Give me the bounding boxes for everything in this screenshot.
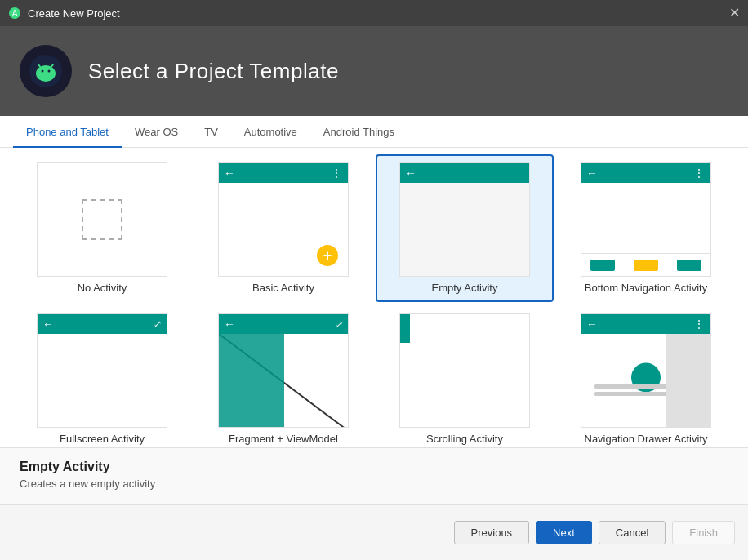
label-fullscreen: Fullscreen Activity <box>60 433 145 445</box>
preview-bottom-nav: ← ⋮ <box>581 162 711 277</box>
tab-phone[interactable]: Phone and Tablet <box>13 116 122 148</box>
phone-mock-fragment: ← ⤢ <box>219 314 348 427</box>
phone-mock-fullscreen: ← ⤢ <box>38 314 167 427</box>
svg-rect-10 <box>219 334 284 427</box>
dialog-content: Phone and Tablet Wear OS TV Automotive A… <box>0 116 748 504</box>
android-logo <box>20 45 72 97</box>
title-bar: A Create New Project ✕ <box>0 0 748 26</box>
label-nav-drawer: Navigation Drawer Activity <box>585 433 708 445</box>
label-bottom-nav: Bottom Navigation Activity <box>585 282 707 294</box>
template-scrolling[interactable]: Scrolling Activity <box>376 305 554 447</box>
tab-wear[interactable]: Wear OS <box>122 116 191 148</box>
phone-mock-empty: ← <box>400 163 529 276</box>
finish-button[interactable]: Finish <box>672 521 735 544</box>
template-empty-activity[interactable]: ← Empty Activity <box>376 154 554 302</box>
preview-basic-activity: ← ⋮ + <box>218 162 349 277</box>
template-bottom-nav[interactable]: ← ⋮ Bottom Navigation Activity <box>557 154 735 302</box>
nav-icon-1 <box>590 260 615 271</box>
template-nav-drawer[interactable]: ← ⋮ Navigation Drawer Activity <box>557 305 735 447</box>
android-logo-svg <box>29 54 63 88</box>
page-title: Select a Project Template <box>88 59 339 84</box>
drawer-side-panel <box>666 334 710 427</box>
basic-body: + <box>219 183 348 276</box>
scroll-body <box>400 343 410 427</box>
fab-icon: + <box>317 245 338 266</box>
preview-scrolling <box>399 313 530 428</box>
previous-button[interactable]: Previous <box>454 521 530 544</box>
scroll-header <box>400 314 410 343</box>
tabs-bar: Phone and Tablet Wear OS TV Automotive A… <box>0 116 748 148</box>
scroll-mock <box>400 314 410 427</box>
drawer-toolbar: ← ⋮ <box>581 314 710 334</box>
dialog-header: Select a Project Template <box>0 26 748 116</box>
preview-nav-drawer: ← ⋮ <box>581 313 711 428</box>
title-bar-text: Create New Project <box>28 7 120 20</box>
template-fragment[interactable]: ← ⤢ Fragment + ViewModel <box>194 305 372 447</box>
fullscreen-toolbar-bar: ← ⤢ <box>38 314 167 334</box>
svg-point-6 <box>48 70 51 73</box>
svg-point-5 <box>42 70 44 73</box>
preview-fragment: ← ⤢ <box>218 313 349 428</box>
nav-icon-2 <box>634 260 658 271</box>
diagonal-svg <box>219 334 348 427</box>
preview-empty-activity: ← <box>399 162 530 277</box>
fragment-expand: ⤢ <box>336 319 343 330</box>
drawer-body <box>581 334 710 427</box>
preview-no-activity <box>37 162 167 277</box>
template-basic-activity[interactable]: ← ⋮ + Basic Activity <box>194 154 372 302</box>
expand-icon: ⤢ <box>154 318 162 330</box>
bottom-nav-bar <box>581 253 710 276</box>
svg-text:A: A <box>12 9 18 18</box>
title-bar-left: A Create New Project <box>8 7 120 20</box>
preview-fullscreen: ← ⤢ <box>37 313 167 428</box>
empty-body <box>400 183 529 276</box>
description-text: Creates a new empty activity <box>20 478 728 490</box>
bottomnav-body <box>581 183 710 276</box>
phone-mock-drawer: ← ⋮ <box>581 314 710 427</box>
template-grid: No Activity ← ⋮ + Basic Activity <box>0 148 748 447</box>
description-panel: Empty Activity Creates a new empty activ… <box>0 447 748 504</box>
fullscreen-body <box>38 334 167 427</box>
label-empty-activity: Empty Activity <box>432 282 498 294</box>
fragment-toolbar: ← ⤢ <box>219 314 348 334</box>
dialog-footer: Previous Next Cancel Finish <box>0 504 748 560</box>
next-button[interactable]: Next <box>536 521 592 544</box>
bottomnav-toolbar: ← ⋮ <box>581 163 710 183</box>
template-fullscreen[interactable]: ← ⤢ Fullscreen Activity <box>13 305 191 447</box>
close-button[interactable]: ✕ <box>729 7 740 20</box>
empty-toolbar: ← <box>400 163 529 183</box>
phone-mock-basic: ← ⋮ + <box>219 163 348 276</box>
label-scrolling: Scrolling Activity <box>426 433 503 445</box>
nav-icon-3 <box>677 260 701 271</box>
phone-mock-bottomnav: ← ⋮ <box>581 163 710 276</box>
label-basic-activity: Basic Activity <box>252 282 314 294</box>
description-title: Empty Activity <box>20 460 728 474</box>
tab-things[interactable]: Android Things <box>310 116 407 148</box>
label-no-activity: No Activity <box>78 282 127 294</box>
template-no-activity[interactable]: No Activity <box>13 154 191 302</box>
fragment-body <box>219 334 348 427</box>
basic-toolbar: ← ⋮ <box>219 163 348 183</box>
tab-tv[interactable]: TV <box>191 116 231 148</box>
tab-automotive[interactable]: Automotive <box>231 116 310 148</box>
android-icon: A <box>8 7 21 20</box>
label-fragment: Fragment + ViewModel <box>229 433 338 445</box>
dashed-box <box>82 199 122 240</box>
cancel-button[interactable]: Cancel <box>599 521 666 544</box>
